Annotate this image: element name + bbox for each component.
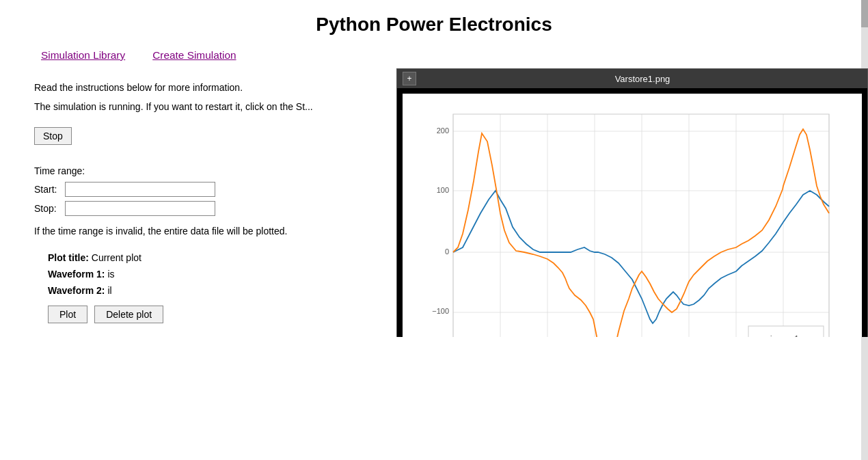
waveform1-val: is: [107, 269, 114, 280]
info-text-1: Read the instructions below for more inf…: [34, 82, 362, 93]
svg-text:100: 100: [437, 186, 449, 194]
plot-buttons: Plot Delete plot: [48, 306, 362, 323]
svg-text:200: 200: [437, 126, 449, 135]
svg-text:isource1: isource1: [770, 334, 799, 337]
stop-input[interactable]: [65, 201, 215, 216]
plot-title-value: Current plot: [92, 252, 141, 263]
img-window-title: Varstore1.png: [423, 74, 862, 84]
start-label: Start:: [34, 184, 65, 195]
time-range-section: Time range: Start: Stop:: [34, 165, 362, 216]
plot-title-label: Plot title:: [48, 252, 89, 263]
left-panel: Read the instructions below for more inf…: [0, 68, 396, 337]
delete-plot-button[interactable]: Delete plot: [94, 306, 163, 323]
invalid-text: If the time range is invalid, the entire…: [34, 226, 362, 236]
chart-container: 200 100 0 −100 −200: [403, 94, 862, 337]
waveform2-label: Waveform 2:: [48, 285, 105, 296]
stop-row: Stop:: [34, 201, 362, 216]
nav-simulation-library[interactable]: Simulation Library: [41, 49, 125, 62]
plot-section: Plot title: Current plot Waveform 1: is …: [34, 250, 362, 323]
waveform-chart: 200 100 0 −100 −200: [403, 94, 862, 337]
nav-create-simulation[interactable]: Create Simulation: [152, 49, 236, 62]
img-window-content: 200 100 0 −100 −200: [397, 88, 867, 337]
plot-button[interactable]: Plot: [48, 306, 87, 323]
svg-text:−100: −100: [432, 307, 449, 315]
waveform2-row: Waveform 2: il: [48, 283, 362, 299]
plot-title-row: Plot title: Current plot: [48, 250, 362, 267]
expand-button[interactable]: +: [403, 72, 416, 85]
scrollbar-thumb[interactable]: [861, 0, 868, 27]
page-title: Python Power Electronics: [0, 0, 868, 42]
start-input[interactable]: [65, 182, 215, 197]
time-range-label: Time range:: [34, 165, 362, 176]
main-content: Read the instructions below for more inf…: [0, 68, 868, 337]
waveform1-row: Waveform 1: is: [48, 267, 362, 283]
plot-info: Plot title: Current plot Waveform 1: is …: [48, 250, 362, 299]
waveform1-label: Waveform 1:: [48, 269, 105, 280]
svg-text:0: 0: [445, 247, 449, 256]
nav-links: Simulation Library Create Simulation: [0, 42, 868, 68]
stop-button[interactable]: Stop: [34, 127, 72, 145]
start-row: Start:: [34, 182, 362, 197]
img-window: + Varstore1.png 200 100 0 −100 −200: [396, 68, 868, 337]
info-text-2: The simulation is running. If you want t…: [34, 101, 362, 112]
img-window-titlebar: + Varstore1.png: [397, 69, 867, 88]
waveform2-val: il: [107, 285, 111, 296]
expand-icon: +: [407, 74, 411, 83]
stop-label: Stop:: [34, 203, 65, 214]
